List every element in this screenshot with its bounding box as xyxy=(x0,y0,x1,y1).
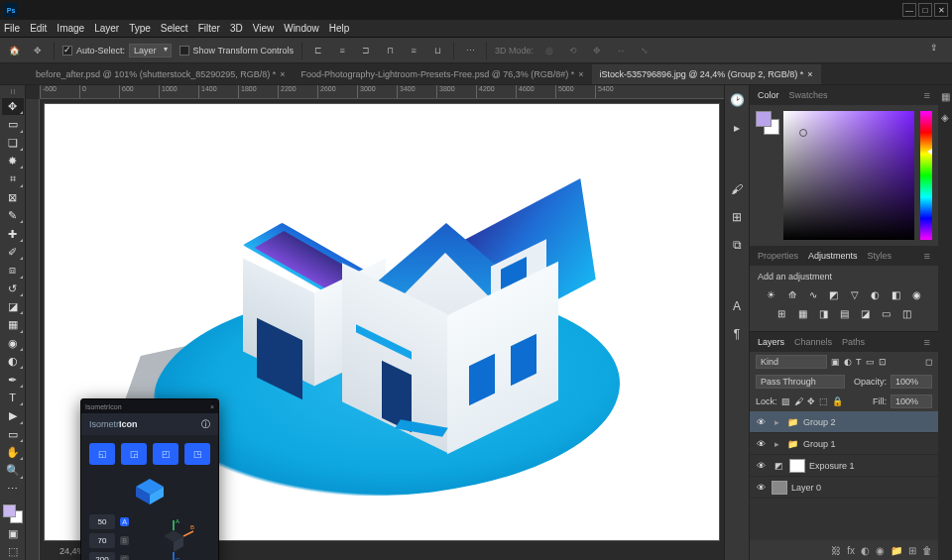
brush-settings-icon[interactable]: ⊞ xyxy=(728,208,746,226)
healing-tool[interactable]: ✚ xyxy=(2,225,24,242)
align-left-icon[interactable]: ⊏ xyxy=(310,43,326,58)
visibility-icon[interactable]: 👁 xyxy=(754,417,768,427)
mask-thumb[interactable] xyxy=(789,459,805,473)
pen-tool[interactable]: ✒ xyxy=(2,371,24,388)
character-panel-icon[interactable]: A xyxy=(728,297,746,315)
ruler-vertical[interactable] xyxy=(26,99,40,560)
opacity-input[interactable]: 100% xyxy=(891,375,932,389)
layer-name[interactable]: Layer 0 xyxy=(791,483,821,493)
adj-threshold-icon[interactable]: ◪ xyxy=(857,306,874,321)
clone-stamp-tool[interactable]: ⧇ xyxy=(2,262,24,279)
document-tab[interactable]: Food-Photography-Lightroom-Presets-Free.… xyxy=(294,64,592,84)
dim-a-input[interactable]: 50 xyxy=(89,514,115,529)
tab-color[interactable]: Color xyxy=(758,90,779,100)
link-layers-icon[interactable]: ⛓ xyxy=(831,545,841,556)
new-layer-icon[interactable]: ⊞ xyxy=(908,545,916,556)
tab-close-icon[interactable]: × xyxy=(280,69,285,79)
share-icon[interactable]: ⇪ xyxy=(930,43,946,58)
layer-row[interactable]: 👁 ◩ Exposure 1 xyxy=(750,455,938,477)
adj-vibrance-icon[interactable]: ▽ xyxy=(846,287,863,302)
adj-channel-mixer-icon[interactable]: ⊞ xyxy=(774,306,790,321)
window-close-button[interactable]: ✕ xyxy=(934,3,948,17)
adj-posterize-icon[interactable]: ▤ xyxy=(836,306,853,321)
scale-3d-icon[interactable]: ⤡ xyxy=(637,43,653,58)
layer-name[interactable]: Group 1 xyxy=(803,439,836,449)
adj-bw-icon[interactable]: ◧ xyxy=(888,287,904,302)
move-tool[interactable]: ✥ xyxy=(2,98,24,115)
document-tab[interactable]: before_after.psd @ 101% (shutterstock_85… xyxy=(28,64,294,84)
lock-trans-icon[interactable]: ▨ xyxy=(781,396,790,406)
paragraph-panel-icon[interactable]: ¶ xyxy=(728,325,746,343)
iso-right-button[interactable]: ◲ xyxy=(121,443,147,465)
quick-mask-toggle[interactable]: ▣ xyxy=(2,524,24,541)
hue-slider[interactable] xyxy=(920,111,932,240)
lock-artboard-icon[interactable]: ⬚ xyxy=(819,396,828,406)
fill-input[interactable]: 100% xyxy=(891,394,932,408)
edit-toolbar-icon[interactable]: ⋯ xyxy=(2,481,24,498)
align-center-v-icon[interactable]: ≡ xyxy=(406,43,421,58)
frame-tool[interactable]: ⊠ xyxy=(2,189,24,206)
menu-window[interactable]: Window xyxy=(284,23,319,34)
quick-select-tool[interactable]: ✸ xyxy=(2,153,24,169)
visibility-icon[interactable]: 👁 xyxy=(754,483,768,493)
tab-paths[interactable]: Paths xyxy=(842,337,865,347)
lasso-tool[interactable]: ❏ xyxy=(2,135,24,152)
align-center-h-icon[interactable]: ≡ xyxy=(334,43,350,58)
adj-invert-icon[interactable]: ◨ xyxy=(815,306,832,321)
actions-panel-icon[interactable]: ▸ xyxy=(728,119,746,137)
adj-hue-icon[interactable]: ◐ xyxy=(867,287,884,302)
adj-brightness-icon[interactable]: ☀ xyxy=(763,287,779,302)
layer-row[interactable]: 👁 ▸ 📁 Group 1 xyxy=(750,433,938,455)
adj-color-lookup-icon[interactable]: ▦ xyxy=(794,306,811,321)
color-fg-bg[interactable] xyxy=(756,111,777,240)
adj-photo-filter-icon[interactable]: ◉ xyxy=(908,287,925,302)
orbit-3d-icon[interactable]: ◎ xyxy=(541,43,557,58)
adj-gradient-map-icon[interactable]: ▭ xyxy=(878,306,894,321)
align-bottom-icon[interactable]: ⊔ xyxy=(429,43,445,58)
iso-left-button[interactable]: ◱ xyxy=(89,443,115,465)
delete-layer-icon[interactable]: 🗑 xyxy=(922,545,932,556)
tab-adjustments[interactable]: Adjustments xyxy=(808,251,858,261)
folder-toggle-icon[interactable]: ▸ xyxy=(772,417,781,427)
layer-row[interactable]: 👁 ▸ 📁 Group 2 xyxy=(750,411,938,433)
layer-name[interactable]: Exposure 1 xyxy=(809,461,855,471)
gradient-tool[interactable]: ▦ xyxy=(2,316,24,333)
color-field[interactable] xyxy=(783,111,914,240)
dim-b-input[interactable]: 70 xyxy=(89,533,115,548)
layer-fx-icon[interactable]: fx xyxy=(847,545,855,556)
menu-image[interactable]: Image xyxy=(57,23,84,34)
layer-name[interactable]: Group 2 xyxy=(803,417,836,427)
libraries-icon[interactable]: ▦ xyxy=(941,91,950,102)
layer-mask-icon[interactable]: ◐ xyxy=(861,545,870,556)
tab-channels[interactable]: Channels xyxy=(794,337,832,347)
history-panel-icon[interactable]: 🕑 xyxy=(728,91,746,109)
isometricon-panel[interactable]: IsometrIcon × IsometrIcon ⓘ ◱ ◲ ◰ ◳ 50A … xyxy=(80,398,219,560)
layer-row[interactable]: 👁 Layer 0 xyxy=(750,477,938,499)
tab-close-icon[interactable]: × xyxy=(578,69,583,79)
path-select-tool[interactable]: ▶ xyxy=(2,407,24,424)
tab-close-icon[interactable]: × xyxy=(807,69,812,79)
tab-properties[interactable]: Properties xyxy=(758,251,798,261)
home-icon[interactable]: 🏠 xyxy=(6,43,22,58)
menu-filter[interactable]: Filter xyxy=(198,23,220,34)
document-tab[interactable]: iStock-535796896.jpg @ 24,4% (Group 2, R… xyxy=(592,64,821,84)
filter-pixel-icon[interactable]: ▣ xyxy=(831,357,840,367)
crop-tool[interactable]: ⌗ xyxy=(2,170,24,187)
history-brush-tool[interactable]: ↺ xyxy=(2,280,24,297)
align-right-icon[interactable]: ⊐ xyxy=(358,43,374,58)
fg-bg-swatches[interactable] xyxy=(3,504,23,523)
plugin-axes-gizmo[interactable]: A B C xyxy=(137,514,210,560)
blend-mode-select[interactable]: Pass Through xyxy=(756,375,845,389)
adj-selective-color-icon[interactable]: ◫ xyxy=(898,306,915,321)
tab-swatches[interactable]: Swatches xyxy=(789,90,828,100)
menu-help[interactable]: Help xyxy=(329,23,350,34)
panel-menu-icon[interactable]: ≡ xyxy=(924,89,930,101)
menu-view[interactable]: View xyxy=(253,23,275,34)
lock-paint-icon[interactable]: 🖌 xyxy=(794,396,803,406)
hand-tool[interactable]: ✋ xyxy=(2,444,24,461)
plugin-info-icon[interactable]: ⓘ xyxy=(201,418,210,431)
visibility-icon[interactable]: 👁 xyxy=(754,461,768,471)
dim-c-input[interactable]: 200 xyxy=(89,552,115,560)
shape-tool[interactable]: ▭ xyxy=(2,426,24,443)
brush-tool[interactable]: ✐ xyxy=(2,244,24,261)
